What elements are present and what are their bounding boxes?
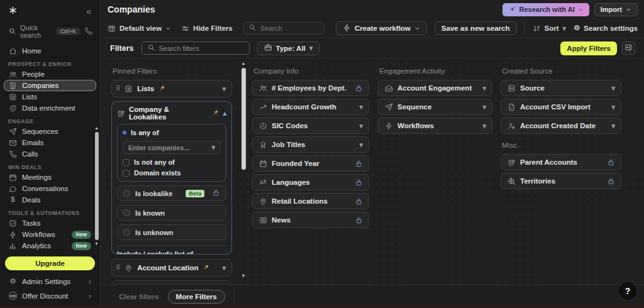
lock-icon [607,158,615,167]
import-button[interactable]: Import [594,3,638,16]
filter-card-label: SIC Codes [272,122,308,129]
drag-handle-icon[interactable]: ⠿ [116,265,120,271]
research-with-ai-button[interactable]: Research with AI [502,3,589,16]
radio-is-any-of[interactable]: Is any of [123,129,221,136]
sidebar-item-emails[interactable]: Emails [4,137,96,148]
filter-card-territories[interactable]: Territories [501,173,621,189]
checkbox-is-not-any-of[interactable]: Is not any of [123,158,221,166]
filter-card-languages[interactable]: Languages [252,174,369,190]
collapse-sidebar-icon[interactable]: « [86,6,91,16]
default-view-button[interactable]: Default view [108,25,171,33]
apply-filters-button[interactable]: Apply Filters [560,41,617,55]
chevron-down-icon [165,26,171,31]
sidebar-item-tasks[interactable]: Tasks [4,217,96,229]
scroll-up-icon[interactable]: ▲ [242,61,246,66]
scroll-down-icon[interactable]: ▼ [94,241,99,246]
radio-icon[interactable] [123,209,130,216]
radio-icon[interactable] [123,190,130,197]
filter-card-sequence[interactable]: Sequence▾ [378,99,492,115]
drag-handle-icon[interactable]: ⠿ [116,85,120,92]
scrollbar-thumb[interactable] [242,68,246,170]
table-search[interactable] [243,22,325,35]
sidebar-item-data-enrichment[interactable]: Data enrichment [4,102,96,114]
scrollbar-thumb[interactable] [95,132,99,240]
filter-card-account-csv-import[interactable]: Account CSV Import▾ [501,99,621,115]
save-as-new-search-button[interactable]: Save as new search [435,21,517,35]
column-header: Pinned Filters [113,67,232,75]
sidebar-item-home[interactable]: Home [4,45,96,57]
triangle-down-icon: ▾ [223,255,226,255]
app-logo-icon[interactable] [9,6,17,16]
triangle-down-icon: ▾ [309,45,313,52]
search-input[interactable] [260,25,319,32]
quick-search[interactable]: Quick search Ctrl+K [0,19,100,44]
sidebar-item-calls[interactable]: Calls [4,148,96,160]
sidebar-scrollbar[interactable]: ▲ ▼ [94,126,99,246]
filter-card-retail-locations[interactable]: Retail Locations [252,193,369,209]
phone-icon[interactable] [84,27,92,36]
scroll-down-icon[interactable]: ▼ [242,273,246,278]
checkbox-icon[interactable] [123,159,130,166]
search-settings-button[interactable]: ⚙ Search settings [574,25,638,32]
include-exclude-row[interactable]: Include / exclude list of companies ▾ [117,245,226,255]
radio-is-lookalike[interactable]: Is lookalike Beta [117,185,226,201]
sidebar-item-people[interactable]: People [4,69,96,80]
accordion-header[interactable]: Company & Lookalikes ▴ [117,106,226,120]
sidebar-item-deals[interactable]: $Deals [4,194,96,206]
filter-card-news[interactable]: News [252,212,369,228]
type-filter-button[interactable]: Type: All ▾ [257,41,320,55]
chevron-down-icon: ▾ [611,123,615,129]
filter-card-account-engagement[interactable]: Account Engagement▾ [378,80,492,96]
filter-card-founded-year[interactable]: Founded Year [252,155,369,172]
filter-card-employees-by-dept[interactable]: # Employees by Dept. [252,80,369,96]
filter-card-headcount-growth[interactable]: Headcount Growth▾ [252,99,369,115]
help-button[interactable]: ? [619,282,636,300]
sort-button[interactable]: Sort ▾ [533,25,567,33]
radio-selected-icon[interactable] [123,131,126,135]
users-icon [258,84,267,92]
clear-filters-button[interactable]: Clear filters [119,293,158,300]
filter-sliders-icon [181,25,189,33]
filters-scrollbar[interactable]: ▲ ▼ [240,61,247,282]
scroll-up-icon[interactable]: ▲ [94,126,99,131]
enter-companies-select[interactable]: Enter companies... ▾ [123,141,221,154]
sidebar-item-workflows[interactable]: WorkflowsNew [4,229,96,240]
hide-filters-button[interactable]: Hide Filters [181,25,233,33]
filter-card-account-location[interactable]: ⠿ Account Location ▾ [111,259,232,277]
checkbox-domain-exists[interactable]: Domain exists [123,169,221,177]
sidebar-item-analytics[interactable]: AnalyticsNew [4,240,96,251]
sidebar-item-conversations[interactable]: Conversations [4,183,96,194]
checkbox-icon[interactable] [123,170,130,177]
upgrade-button[interactable]: Upgrade [5,256,95,270]
filter-card-workflows[interactable]: Workflows▾ [378,118,492,134]
sidebar-item-admin-settings[interactable]: ⚙Admin Settings› [0,274,100,289]
collapse-filters-panel-button[interactable] [622,41,635,55]
more-filters-button[interactable]: More Filters [168,290,225,304]
filter-card-sic-codes[interactable]: SIC Codes▾ [252,118,369,134]
chevron-down-icon [578,7,584,13]
filter-card-job-titles[interactable]: Job Titles▾ [252,136,369,153]
radio-is-known[interactable]: Is known [117,205,226,221]
sidebar-item-lists[interactable]: Lists [4,91,96,102]
created-source-column: Created SourceSource▾Account CSV Import▾… [501,65,621,192]
filter-card-label: Job Titles [272,141,305,148]
sidebar-item-companies[interactable]: Companies [4,80,96,91]
filter-card-account-created-date[interactable]: Account Created Date▾ [501,118,621,134]
sidebar-item-offer-discount[interactable]: ODOffer Discount› [0,289,100,303]
pushpin-icon [212,109,219,118]
search-filters-input[interactable] [159,45,244,52]
radio-icon[interactable] [123,229,130,236]
filter-card-lists[interactable]: ⠿ Lists ▾ [111,80,232,97]
search-filters[interactable] [142,41,250,55]
column-header: Company Info [253,67,369,75]
sidebar-item-label: Workflows [22,231,55,238]
filter-card-source[interactable]: Source▾ [501,80,621,96]
create-workflow-button[interactable]: Create workflow [336,21,427,35]
chevron-down-icon: ▾ [222,265,226,272]
lock-icon [212,189,220,198]
filter-card-parent-accounts[interactable]: Parent Accounts [501,154,621,170]
sidebar-item-meetings[interactable]: Meetings [4,172,96,183]
filter-card-label: Account CSV Import [520,103,591,111]
sidebar-item-sequences[interactable]: Sequences [4,126,96,137]
radio-is-unknown[interactable]: Is unknown [117,224,226,240]
